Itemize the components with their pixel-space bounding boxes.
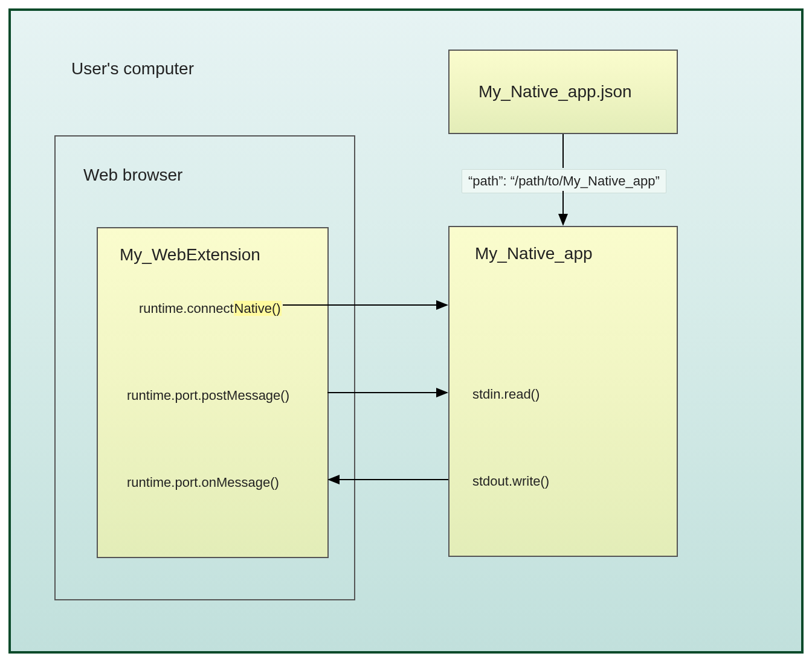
api-connect-native-prefix: runtime.connect (139, 301, 234, 316)
api-on-message: runtime.port.onMessage() (127, 475, 279, 490)
native-app-title: My_Native_app (475, 244, 593, 263)
user-computer-container: User's computer Web browser My_WebExtens… (8, 8, 804, 654)
manifest-title: My_Native_app.json (478, 82, 632, 101)
api-post-message: runtime.port.postMessage() (127, 388, 289, 403)
native-app-box: My_Native_app stdin.read() stdout.write(… (448, 226, 678, 557)
manifest-box: My_Native_app.json (448, 50, 678, 134)
api-stdout-write: stdout.write() (472, 474, 549, 489)
webextension-box: My_WebExtension runtime.connectNative() … (97, 227, 329, 558)
webextension-title: My_WebExtension (120, 245, 260, 265)
user-computer-label: User's computer (71, 59, 194, 79)
manifest-path-label: “path”: “/path/to/My_Native_app” (462, 169, 666, 193)
api-connect-native-highlight: Native() (234, 301, 282, 316)
api-stdin-read: stdin.read() (472, 387, 540, 402)
web-browser-label: Web browser (83, 166, 182, 185)
web-browser-container: Web browser My_WebExtension runtime.conn… (54, 135, 355, 600)
diagram-canvas: User's computer Web browser My_WebExtens… (0, 0, 812, 662)
api-connect-native: runtime.connectNative() (139, 301, 282, 317)
